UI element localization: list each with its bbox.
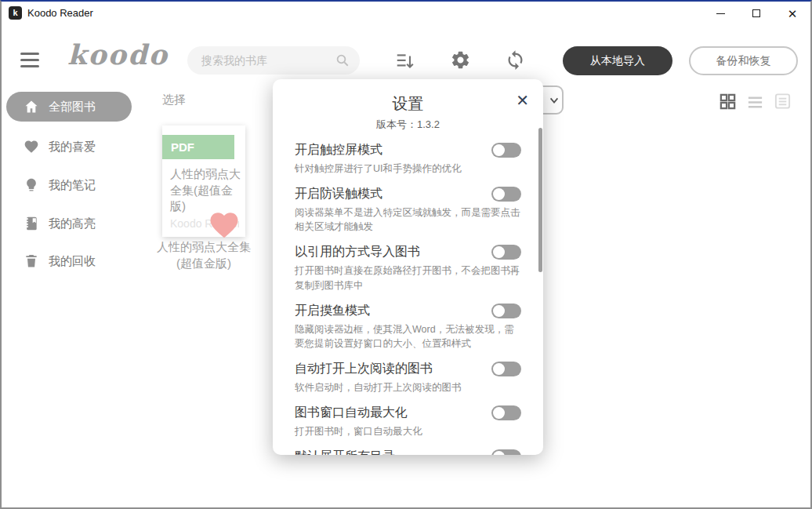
setting-toggle[interactable] [491,245,521,260]
setting-desc: 软件启动时，自动打开上次阅读的图书 [295,380,521,394]
sidebar-item-label: 我的喜爱 [49,140,96,155]
dialog-close-icon[interactable]: ✕ [516,93,529,108]
maximize-button[interactable] [738,2,774,25]
close-icon: ✕ [788,8,798,20]
setting-label: 默认展开所有目录 [295,449,395,455]
hamburger-menu-icon[interactable] [20,53,39,67]
dialog-title: 设置 [273,93,543,115]
maximize-icon [752,9,760,17]
sidebar-item-label: 全部图书 [49,100,96,115]
setting-desc: 隐藏阅读器边框，使其混入Word，无法被发现，需要您提前设置好窗口的大小、位置和… [295,322,521,351]
setting-label: 开启防误触模式 [295,186,382,202]
sidebar-item-trash[interactable]: 我的回收 [2,246,154,276]
import-local-button[interactable]: 从本地导入 [563,46,672,75]
minimize-button[interactable] [702,2,738,25]
app-window: k Koodo Reader ✕ koodo 从本地导入 备份和恢复 全部图书 … [0,0,812,509]
book-cover-title: 人性的弱点大全集(超值金版) [170,166,242,215]
settings-list: 开启触控屏模式 针对触控屏进行了UI和手势操作的优化 开启防误触模式 阅读器菜单… [273,132,543,455]
home-icon [24,99,39,115]
sidebar-item-label: 我的回收 [49,254,96,269]
setting-expand-toc: 默认展开所有目录 自动展开图书的多级目录 [295,449,521,455]
search-box [187,46,360,75]
select-mode-link[interactable]: 选择 [162,93,186,107]
app-icon: k [9,6,22,20]
setting-desc: 针对触控屏进行了UI和手势操作的优化 [295,162,521,176]
detail-view-icon[interactable] [774,92,792,111]
book-icon [24,216,39,231]
setting-open-last-book: 自动打开上次阅读的图书 软件启动时，自动打开上次阅读的图书 [295,361,521,394]
sidebar-item-all-books[interactable]: 全部图书 [6,92,132,122]
app-logo: koodo [67,38,169,71]
bulb-icon [24,177,39,193]
setting-toggle[interactable] [491,449,521,455]
setting-toggle[interactable] [491,304,521,318]
setting-import-by-reference: 以引用的方式导入图书 打开图书时直接在原始路径打开图书，不会把图书再复制到图书库… [295,244,521,292]
setting-label: 开启摸鱼模式 [295,303,370,319]
setting-label: 以引用的方式导入图书 [295,244,420,260]
sync-refresh-icon[interactable] [505,49,526,71]
setting-stealth-mode: 开启摸鱼模式 隐藏阅读器边框，使其混入Word，无法被发现，需要您提前设置好窗口… [295,303,521,351]
dialog-scrollbar-thumb[interactable] [538,128,542,272]
sidebar-item-label: 我的笔记 [49,178,96,193]
sidebar-item-highlights[interactable]: 我的高亮 [2,209,154,238]
format-badge: PDF [162,135,234,159]
setting-label: 开启触控屏模式 [295,142,382,158]
setting-touch-mode: 开启触控屏模式 针对触控屏进行了UI和手势操作的优化 [295,142,521,176]
setting-toggle[interactable] [491,143,521,158]
heart-icon [24,139,39,155]
book-card[interactable]: PDF 人性的弱点大全集(超值金版) Koodo Reader [162,125,245,237]
setting-desc: 打开图书时直接在原始路径打开图书，不会把图书再复制到图书库中 [295,264,521,292]
setting-desc: 阅读器菜单不是进入特定区域就触发，而是需要点击相关区域才能触发 [295,205,521,234]
sidebar-item-favorites[interactable]: 我的喜爱 [2,132,154,162]
search-icon[interactable] [335,53,350,67]
backup-restore-button[interactable]: 备份和恢复 [689,46,798,75]
setting-toggle[interactable] [491,187,521,202]
close-button[interactable]: ✕ [774,2,810,25]
setting-toggle[interactable] [491,405,521,420]
setting-toggle[interactable] [491,362,521,376]
sidebar-item-notes[interactable]: 我的笔记 [2,170,154,200]
settings-dialog: 设置 版本号：1.3.2 ✕ 开启触控屏模式 针对触控屏进行了UI和手势操作的优… [273,79,543,455]
settings-gear-icon[interactable] [450,49,471,71]
favorite-heart-icon[interactable] [206,209,242,242]
book-caption: 人性的弱点大全集(超值金版) [157,238,251,271]
search-input[interactable] [201,46,331,75]
sidebar-item-label: 我的高亮 [49,216,96,231]
titlebar: k Koodo Reader ✕ [2,2,810,25]
window-title: Koodo Reader [27,2,93,25]
setting-auto-maximize: 图书窗口自动最大化 打开图书时，窗口自动最大化 [295,405,521,438]
window-controls: ✕ [702,2,810,25]
chevron-down-icon [549,95,560,106]
setting-desc: 打开图书时，窗口自动最大化 [295,424,521,438]
version-label: 版本号：1.3.2 [273,118,543,132]
list-view-icon[interactable] [746,93,764,111]
setting-label: 图书窗口自动最大化 [295,405,408,421]
setting-label: 自动打开上次阅读的图书 [295,361,433,377]
grid-view-icon[interactable] [719,93,737,111]
sort-icon[interactable] [394,51,415,71]
trash-icon [24,253,39,269]
minimize-icon [716,13,725,14]
setting-mistouch-prevention: 开启防误触模式 阅读器菜单不是进入特定区域就触发，而是需要点击相关区域才能触发 [295,186,521,234]
